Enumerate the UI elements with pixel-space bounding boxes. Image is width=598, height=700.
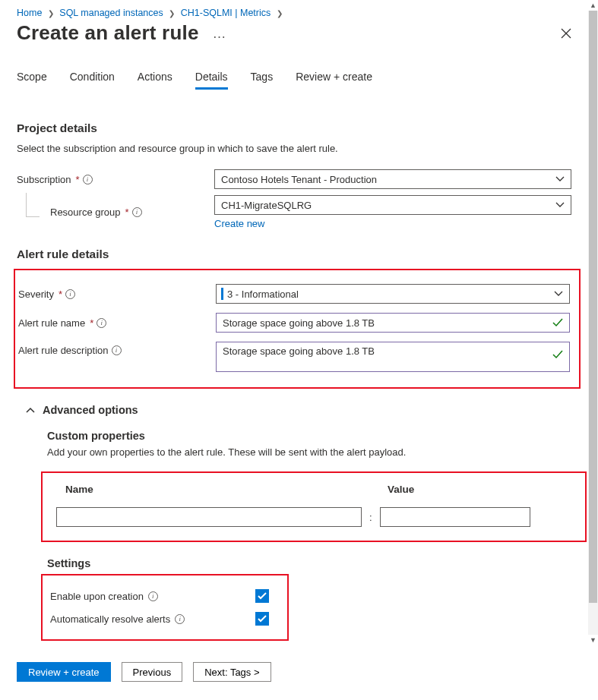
advanced-options-toggle[interactable]: Advanced options — [26, 404, 571, 416]
create-new-link[interactable]: Create new — [214, 218, 264, 229]
advanced-options-label: Advanced options — [43, 404, 138, 416]
callout-rule-details: Severity * i 3 - Informational Alert rul… — [14, 269, 581, 389]
enable-on-creation-label: Enable upon creation — [50, 591, 144, 602]
alert-name-input[interactable]: Storage space going above 1.8 TB — [216, 313, 570, 333]
alert-description-label: Alert rule description — [18, 345, 109, 356]
previous-button[interactable]: Previous — [122, 662, 183, 682]
review-create-button[interactable]: Review + create — [17, 662, 111, 682]
close-button[interactable] — [561, 28, 571, 39]
selection-indicator — [221, 288, 223, 300]
subscription-label: Subscription — [17, 174, 71, 185]
checkmark-icon — [552, 350, 563, 359]
alert-name-value: Storage space going above 1.8 TB — [223, 317, 375, 329]
tab-actions[interactable]: Actions — [138, 71, 172, 90]
info-icon[interactable]: i — [148, 591, 158, 601]
page-title: Create an alert rule — [17, 21, 199, 45]
tab-bar: Scope Condition Actions Details Tags Rev… — [17, 71, 571, 90]
subscription-value: Contoso Hotels Tenant - Production — [221, 174, 377, 185]
callout-custom-properties: Name Value : — [41, 471, 587, 542]
resource-group-label: Resource group — [50, 207, 121, 218]
auto-resolve-checkbox[interactable] — [255, 612, 269, 626]
alert-name-label: Alert rule name — [18, 317, 85, 329]
tab-condition[interactable]: Condition — [70, 71, 115, 90]
breadcrumb-metrics[interactable]: CH1-SQLMI | Metrics — [181, 8, 271, 18]
chevron-down-icon — [555, 202, 565, 208]
chevron-down-icon — [554, 291, 563, 297]
required-indicator: * — [125, 207, 129, 218]
project-details-heading: Project details — [17, 121, 571, 135]
checkmark-icon — [258, 592, 267, 600]
checkmark-icon — [258, 615, 267, 623]
required-indicator: * — [59, 289, 62, 300]
resource-group-select[interactable]: CH1-MigrateSQLRG — [214, 195, 571, 215]
subscription-select[interactable]: Contoso Hotels Tenant - Production — [214, 169, 571, 189]
alert-description-input[interactable]: Storage space going above 1.8 TB — [216, 342, 570, 372]
scroll-down-arrow-icon[interactable]: ▼ — [588, 635, 598, 645]
breadcrumb: Home ❯ SQL managed instances ❯ CH1-SQLMI… — [17, 5, 571, 20]
kv-name-header: Name — [56, 484, 360, 495]
required-indicator: * — [90, 317, 93, 329]
kv-value-header: Value — [360, 484, 414, 495]
project-helper-text: Select the subscription and resource gro… — [17, 143, 571, 154]
alert-description-value: Storage space going above 1.8 TB — [223, 345, 375, 357]
property-name-input[interactable] — [56, 507, 362, 527]
auto-resolve-label: Automatically resolve alerts — [50, 613, 170, 625]
vertical-scrollbar[interactable]: ▲ ▼ — [588, 0, 598, 645]
custom-properties-heading: Custom properties — [47, 430, 571, 442]
enable-on-creation-checkbox[interactable] — [255, 589, 269, 603]
more-options-icon[interactable]: … — [213, 27, 227, 40]
info-icon[interactable]: i — [97, 318, 106, 328]
severity-value: 3 - Informational — [227, 289, 299, 300]
checkmark-icon — [552, 318, 563, 327]
severity-label: Severity — [18, 289, 54, 300]
tab-review-create[interactable]: Review + create — [296, 71, 372, 90]
resource-group-value: CH1-MigrateSQLRG — [221, 200, 312, 211]
custom-properties-helper: Add your own properties to the alert rul… — [47, 446, 571, 458]
tab-tags[interactable]: Tags — [251, 71, 274, 90]
breadcrumb-home[interactable]: Home — [17, 8, 42, 18]
severity-select[interactable]: 3 - Informational — [216, 284, 570, 304]
footer-bar: Review + create Previous Next: Tags > — [0, 645, 598, 700]
info-icon[interactable]: i — [83, 175, 93, 184]
required-indicator: * — [76, 174, 80, 185]
alert-rule-details-heading: Alert rule details — [17, 248, 571, 261]
scrollbar-thumb[interactable] — [589, 11, 597, 603]
chevron-right-icon: ❯ — [277, 9, 283, 17]
settings-heading: Settings — [47, 557, 571, 569]
chevron-right-icon: ❯ — [169, 9, 175, 17]
tab-details[interactable]: Details — [195, 71, 228, 90]
chevron-down-icon — [555, 176, 565, 182]
scroll-up-arrow-icon[interactable]: ▲ — [588, 0, 598, 11]
breadcrumb-sql-instances[interactable]: SQL managed instances — [59, 8, 163, 18]
info-icon[interactable]: i — [175, 614, 185, 624]
tree-branch-icon — [26, 193, 40, 217]
tab-scope[interactable]: Scope — [17, 71, 47, 90]
callout-settings: Enable upon creation i Automatically res… — [41, 574, 289, 641]
chevron-up-icon — [26, 407, 35, 413]
kv-separator: : — [369, 512, 372, 523]
chevron-right-icon: ❯ — [48, 9, 54, 17]
info-icon[interactable]: i — [132, 207, 142, 217]
info-icon[interactable]: i — [112, 345, 122, 355]
next-button[interactable]: Next: Tags > — [193, 662, 271, 682]
info-icon[interactable]: i — [65, 289, 75, 299]
property-value-input[interactable] — [380, 507, 530, 527]
close-icon — [561, 28, 571, 39]
